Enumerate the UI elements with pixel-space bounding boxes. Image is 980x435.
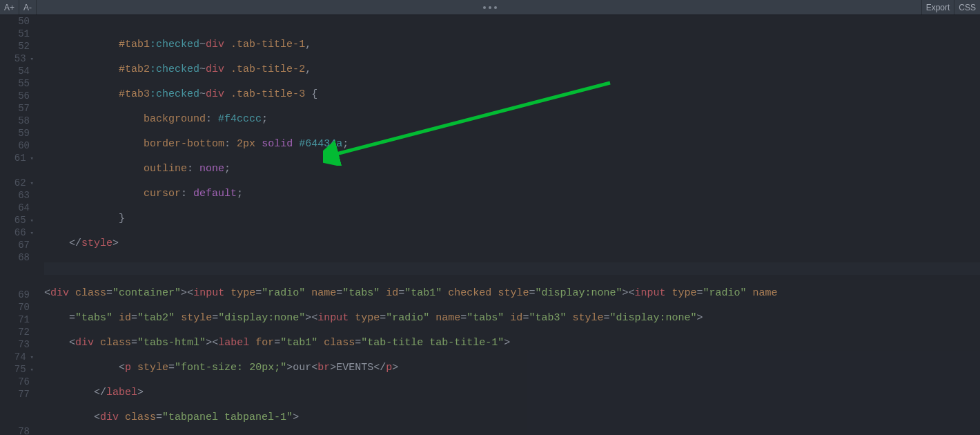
zoom-in-button[interactable]: A+ — [0, 0, 19, 14]
drag-handle-icon[interactable] — [483, 6, 497, 9]
code-editor[interactable]: 5051525354555657585960616263646566676869… — [0, 15, 980, 435]
export-button[interactable]: Export — [921, 0, 954, 14]
line-number-gutter: 5051525354555657585960616263646566676869… — [0, 15, 44, 435]
zoom-out-button[interactable]: A- — [19, 0, 37, 14]
css-tab-button[interactable]: CSS — [954, 0, 980, 14]
code-area[interactable]: #tab1:checked~div .tab-title-1, #tab2:ch… — [44, 15, 980, 435]
editor-toolbar: A+ A- Export CSS — [0, 0, 980, 15]
